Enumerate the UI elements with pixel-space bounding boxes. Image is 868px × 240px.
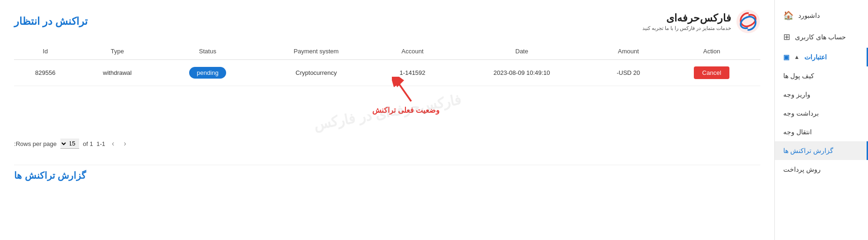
section-title: گزارش تراکنش ها (14, 165, 760, 181)
sidebar: داشبورد 🏠 حساب های کاربری ⊞ اعتبارات ▲ ▣… (774, 0, 868, 240)
col-payment-system: Payment system (257, 43, 375, 60)
sidebar-item-label: روش پرداخت (783, 166, 821, 173)
page-title: تراکنش در انتظار (14, 15, 88, 28)
sidebar-item-transfer[interactable]: انتقال وجه (775, 123, 868, 141)
logo-area: فارکس‌حرفه‌ای خدمات متمایز در فارکس را ب… (642, 9, 760, 34)
chevron-up-icon: ▲ (794, 54, 800, 60)
sidebar-item-accounts[interactable]: حساب های کاربری ⊞ (775, 26, 868, 48)
sidebar-item-dashboard[interactable]: داشبورد 🏠 (775, 5, 868, 26)
page-range: of 1 1-1 (83, 140, 105, 147)
header: فارکس‌حرفه‌ای خدمات متمایز در فارکس را ب… (14, 9, 760, 34)
content-wrapper: فارکس‌حرفه‌ای در فارکس Action Amount Dat… (14, 43, 760, 181)
col-date: Date (450, 43, 594, 60)
credits-icon: ▣ (783, 53, 789, 61)
sidebar-item-label: انتقال وجه (783, 128, 812, 136)
annotation-area: وضعیت فعلی تراکنش (14, 91, 760, 133)
logo-icon (736, 9, 760, 34)
arrow-icon (392, 77, 420, 105)
sidebar-item-label: گزارش تراکنش ها (783, 147, 833, 154)
sidebar-item-wallets[interactable]: کیف پول ها (775, 66, 868, 85)
sidebar-item-payment-method[interactable]: روش پرداخت (775, 160, 868, 179)
sidebar-section-credits[interactable]: اعتبارات ▲ ▣ (775, 48, 868, 66)
home-icon: 🏠 (783, 10, 794, 21)
status-badge: pending (189, 67, 226, 79)
cancel-button[interactable]: Cancel (694, 66, 729, 79)
rows-per-page-label: Rows per page: (14, 140, 57, 147)
sidebar-item-withdrawal[interactable]: برداشت وجه (775, 104, 868, 123)
prev-page-button[interactable]: ‹ (121, 138, 129, 149)
arrow-annotation: وضعیت فعلی تراکنش (372, 77, 440, 115)
annotation-text: وضعیت فعلی تراکنش (372, 106, 440, 115)
cell-id: 829556 (14, 60, 77, 86)
sidebar-item-label: حساب های کاربری (795, 33, 846, 41)
svg-marker-3 (394, 79, 405, 87)
svg-line-2 (399, 84, 411, 102)
col-type: Type (77, 43, 158, 60)
accounts-icon: ⊞ (783, 32, 790, 42)
sidebar-item-label: داشبورد (798, 12, 820, 19)
sidebar-item-deposit[interactable]: واریز وجه (775, 85, 868, 104)
cell-payment-system: Cryptocurrency (257, 60, 375, 86)
main-content: فارکس‌حرفه‌ای خدمات متمایز در فارکس را ب… (0, 0, 774, 240)
col-id: Id (14, 43, 77, 60)
logo-title: فارکس‌حرفه‌ای (642, 12, 731, 25)
sidebar-item-label: واریز وجه (783, 91, 810, 98)
col-action: Action (663, 43, 760, 60)
sidebar-item-label: کیف پول ها (783, 72, 814, 80)
col-account: Account (375, 43, 449, 60)
cell-status: pending (158, 60, 257, 86)
sidebar-item-label: برداشت وجه (783, 109, 819, 117)
cell-date: 10:49:10 2023-08-09 (450, 60, 594, 86)
rows-per-page-select[interactable]: 15 25 50 (60, 138, 79, 149)
page-range-value: 1-1 (96, 140, 105, 147)
col-status: Status (158, 43, 257, 60)
logo-subtitle: خدمات متمایز در فارکس را با ما تجربه کنی… (642, 25, 731, 31)
logo-text: فارکس‌حرفه‌ای خدمات متمایز در فارکس را ب… (642, 12, 731, 32)
next-page-button[interactable]: › (109, 138, 117, 149)
sidebar-section-label: اعتبارات (804, 53, 827, 61)
col-amount: Amount (594, 43, 663, 60)
sidebar-item-transaction-report[interactable]: گزارش تراکنش ها (775, 141, 868, 160)
total-pages: 1 (90, 140, 93, 147)
cell-type: withdrawal (77, 60, 158, 86)
cell-action: Cancel (663, 60, 760, 86)
cell-amount: USD 20- (594, 60, 663, 86)
pagination: ‹ › of 1 1-1 15 25 50 Rows per page: (14, 137, 760, 151)
